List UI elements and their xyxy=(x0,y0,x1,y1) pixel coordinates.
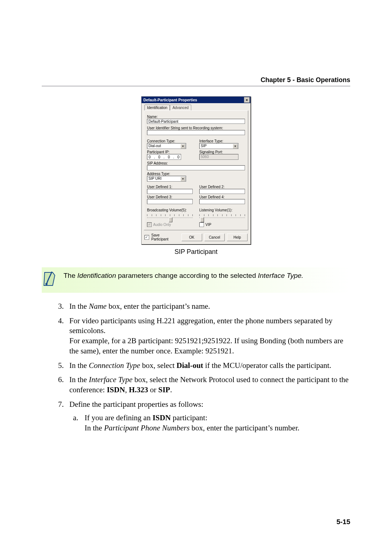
label-save-participant: Save Participant xyxy=(151,233,177,241)
interface-type-value: SIP xyxy=(201,144,207,148)
step-3: In the Name box, enter the participant’s… xyxy=(66,301,350,312)
page-header: Chapter 5 - Basic Operations xyxy=(261,76,350,84)
label-address-type: Address Type: xyxy=(147,172,245,176)
label-user-id: User Identifier String sent to Recording… xyxy=(147,126,245,130)
label-vip: VIP xyxy=(205,223,211,227)
help-button[interactable]: Help xyxy=(227,234,248,241)
connection-type-value: Dial-out xyxy=(148,144,161,148)
name-field[interactable]: Default-Participant xyxy=(147,119,245,124)
sip-address-field[interactable] xyxy=(147,165,245,170)
label-ud2: User Defined 2: xyxy=(199,185,245,189)
label-ud3: User Defined 3: xyxy=(147,195,193,199)
label-ud1: User Defined 1: xyxy=(147,185,193,189)
participant-ip-field[interactable]: 0. 0. 0. 0 xyxy=(147,154,181,160)
tab-identification[interactable]: Identification xyxy=(144,105,170,110)
cancel-button[interactable]: Cancel xyxy=(204,234,225,241)
save-participant-checkbox[interactable]: ✓ xyxy=(144,235,149,240)
figure-caption: SIP Participant xyxy=(175,248,218,256)
dialog-titlebar[interactable]: Default-Participant Properties × xyxy=(142,97,250,103)
address-type-value: SIP URI xyxy=(148,177,162,181)
label-broadcast-volume: Broadcasting Volume(5): xyxy=(147,208,193,212)
note-icon xyxy=(42,271,57,288)
signaling-port-field: 5060 xyxy=(199,154,238,160)
ok-button[interactable]: OK xyxy=(181,234,202,241)
close-icon[interactable]: × xyxy=(244,97,250,103)
label-listening-volume: Listening Volume(1): xyxy=(199,208,245,212)
step-7a: If you are defining an ISDN participant:… xyxy=(80,413,350,433)
user-defined-3-field[interactable] xyxy=(147,199,193,204)
chevron-down-icon: ▾ xyxy=(180,177,185,182)
note-text: The Identification parameters change acc… xyxy=(64,271,303,280)
chevron-down-icon: ▾ xyxy=(233,144,238,149)
label-ud4: User Defined 4: xyxy=(199,195,245,199)
user-id-field[interactable] xyxy=(147,130,245,135)
header-rule xyxy=(42,86,350,86)
address-type-select[interactable]: SIP URI ▾ xyxy=(147,176,186,182)
step-6: In the Interface Type box, select the Ne… xyxy=(66,375,350,395)
label-signaling-port: Signaling Port: xyxy=(199,150,245,154)
label-name: Name: xyxy=(147,115,245,119)
participant-properties-dialog: Default-Participant Properties × Identif… xyxy=(141,96,251,244)
label-conn-type: Connection Type: xyxy=(147,139,193,143)
step-list: In the Name box, enter the participant’s… xyxy=(66,301,350,433)
page-number: 5-15 xyxy=(336,518,350,526)
tab-advanced[interactable]: Advanced xyxy=(170,105,191,110)
svg-point-0 xyxy=(45,283,48,285)
note-box: The Identification parameters change acc… xyxy=(42,267,350,293)
user-defined-1-field[interactable] xyxy=(147,189,193,194)
label-interface-type: Interface Type: xyxy=(199,139,245,143)
label-participant-ip: Participant IP: xyxy=(147,150,193,154)
chevron-down-icon: ▾ xyxy=(180,144,185,149)
listening-volume-slider[interactable] xyxy=(199,213,245,220)
step-4: For video participants using H.221 aggre… xyxy=(66,316,350,356)
audio-only-checkbox: ✓ xyxy=(147,222,152,227)
label-sip-address: SIP Address: xyxy=(147,161,245,165)
user-defined-2-field[interactable] xyxy=(199,189,245,194)
connection-type-select[interactable]: Dial-out ▾ xyxy=(147,143,186,149)
broadcast-volume-slider[interactable] xyxy=(147,213,193,220)
step-5: In the Connection Type box, select Dial-… xyxy=(66,361,350,371)
dialog-title: Default-Participant Properties xyxy=(143,98,197,102)
vip-checkbox[interactable] xyxy=(199,222,204,227)
label-audio-only: Audio Only xyxy=(153,223,171,227)
step-7: Define the participant properties as fol… xyxy=(66,400,350,433)
interface-type-select[interactable]: SIP ▾ xyxy=(199,143,238,149)
user-defined-4-field[interactable] xyxy=(199,199,245,204)
